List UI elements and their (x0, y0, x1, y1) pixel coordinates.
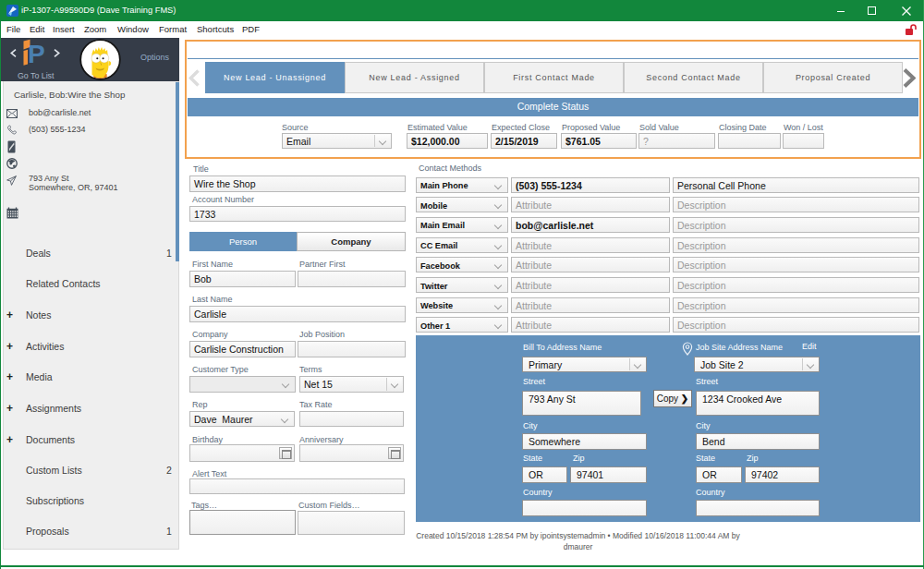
svg-text:P: P (28, 40, 45, 68)
